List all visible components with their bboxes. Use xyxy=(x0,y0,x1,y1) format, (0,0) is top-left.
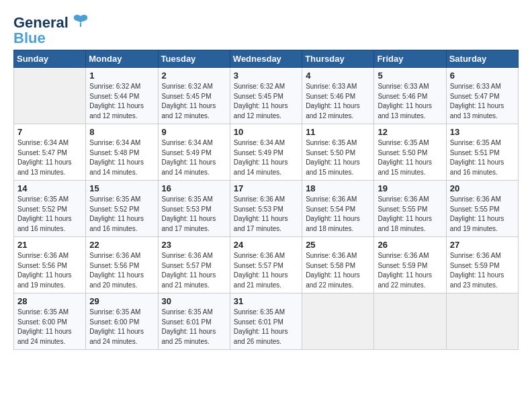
calendar-cell: 20Sunrise: 6:36 AM Sunset: 5:55 PM Dayli… xyxy=(446,181,518,237)
logo: General Blue xyxy=(13,12,90,46)
calendar-cell: 19Sunrise: 6:36 AM Sunset: 5:55 PM Dayli… xyxy=(374,181,446,237)
calendar-cell: 5Sunrise: 6:33 AM Sunset: 5:46 PM Daylig… xyxy=(374,68,446,124)
calendar-cell: 13Sunrise: 6:35 AM Sunset: 5:51 PM Dayli… xyxy=(446,124,518,181)
day-number: 12 xyxy=(378,127,442,137)
calendar-cell: 9Sunrise: 6:34 AM Sunset: 5:49 PM Daylig… xyxy=(158,124,230,181)
day-info: Sunrise: 6:35 AM Sunset: 5:52 PM Dayligh… xyxy=(89,195,154,234)
calendar-cell: 10Sunrise: 6:34 AM Sunset: 5:49 PM Dayli… xyxy=(230,124,302,181)
day-number: 6 xyxy=(450,71,515,81)
calendar-cell: 28Sunrise: 6:35 AM Sunset: 6:00 PM Dayli… xyxy=(14,293,86,350)
day-info: Sunrise: 6:36 AM Sunset: 5:59 PM Dayligh… xyxy=(378,251,442,290)
day-info: Sunrise: 6:36 AM Sunset: 5:56 PM Dayligh… xyxy=(17,251,82,290)
day-number: 27 xyxy=(450,240,515,250)
weekday-header-sunday: Sunday xyxy=(14,50,86,68)
calendar-cell: 30Sunrise: 6:35 AM Sunset: 6:01 PM Dayli… xyxy=(158,293,230,350)
day-info: Sunrise: 6:36 AM Sunset: 5:58 PM Dayligh… xyxy=(306,251,370,290)
day-number: 1 xyxy=(89,71,154,81)
day-info: Sunrise: 6:33 AM Sunset: 5:46 PM Dayligh… xyxy=(378,82,442,121)
day-number: 10 xyxy=(234,127,298,137)
day-info: Sunrise: 6:35 AM Sunset: 5:50 PM Dayligh… xyxy=(378,138,442,177)
day-info: Sunrise: 6:35 AM Sunset: 5:53 PM Dayligh… xyxy=(162,195,226,234)
day-number: 23 xyxy=(162,240,226,250)
calendar-cell xyxy=(14,68,86,124)
day-info: Sunrise: 6:34 AM Sunset: 5:47 PM Dayligh… xyxy=(17,138,82,177)
logo-blue: Blue xyxy=(13,31,46,46)
day-info: Sunrise: 6:34 AM Sunset: 5:48 PM Dayligh… xyxy=(89,138,154,177)
calendar-week-5: 28Sunrise: 6:35 AM Sunset: 6:00 PM Dayli… xyxy=(14,293,519,350)
calendar-cell: 24Sunrise: 6:36 AM Sunset: 5:57 PM Dayli… xyxy=(230,237,302,293)
calendar-cell: 6Sunrise: 6:33 AM Sunset: 5:47 PM Daylig… xyxy=(446,68,518,124)
bird-icon xyxy=(71,12,90,31)
day-info: Sunrise: 6:34 AM Sunset: 5:49 PM Dayligh… xyxy=(162,138,226,177)
calendar-cell: 15Sunrise: 6:35 AM Sunset: 5:52 PM Dayli… xyxy=(86,181,158,237)
calendar-cell: 22Sunrise: 6:36 AM Sunset: 5:56 PM Dayli… xyxy=(86,237,158,293)
weekday-header-thursday: Thursday xyxy=(302,50,374,68)
day-info: Sunrise: 6:35 AM Sunset: 5:52 PM Dayligh… xyxy=(17,195,82,234)
day-number: 15 xyxy=(89,183,154,193)
day-number: 5 xyxy=(378,71,442,81)
day-number: 7 xyxy=(17,127,82,137)
calendar-cell xyxy=(374,293,446,350)
day-number: 19 xyxy=(378,183,442,193)
day-number: 9 xyxy=(162,127,226,137)
day-info: Sunrise: 6:33 AM Sunset: 5:47 PM Dayligh… xyxy=(450,82,515,121)
day-number: 22 xyxy=(89,240,154,250)
day-number: 13 xyxy=(450,127,515,137)
calendar-cell: 8Sunrise: 6:34 AM Sunset: 5:48 PM Daylig… xyxy=(86,124,158,181)
calendar-cell: 16Sunrise: 6:35 AM Sunset: 5:53 PM Dayli… xyxy=(158,181,230,237)
day-info: Sunrise: 6:35 AM Sunset: 5:50 PM Dayligh… xyxy=(306,138,370,177)
day-number: 25 xyxy=(306,240,370,250)
calendar-cell: 26Sunrise: 6:36 AM Sunset: 5:59 PM Dayli… xyxy=(374,237,446,293)
calendar-week-2: 7Sunrise: 6:34 AM Sunset: 5:47 PM Daylig… xyxy=(14,124,519,181)
day-info: Sunrise: 6:36 AM Sunset: 5:55 PM Dayligh… xyxy=(450,195,515,234)
weekday-header-friday: Friday xyxy=(374,50,446,68)
day-number: 17 xyxy=(234,183,298,193)
day-info: Sunrise: 6:32 AM Sunset: 5:45 PM Dayligh… xyxy=(234,82,298,121)
day-number: 31 xyxy=(234,296,298,306)
day-number: 29 xyxy=(89,296,154,306)
calendar-week-3: 14Sunrise: 6:35 AM Sunset: 5:52 PM Dayli… xyxy=(14,181,519,237)
calendar-week-1: 1Sunrise: 6:32 AM Sunset: 5:44 PM Daylig… xyxy=(14,68,519,124)
calendar-cell: 17Sunrise: 6:36 AM Sunset: 5:53 PM Dayli… xyxy=(230,181,302,237)
day-info: Sunrise: 6:34 AM Sunset: 5:49 PM Dayligh… xyxy=(234,138,298,177)
day-number: 11 xyxy=(306,127,370,137)
calendar-cell: 12Sunrise: 6:35 AM Sunset: 5:50 PM Dayli… xyxy=(374,124,446,181)
calendar-cell: 21Sunrise: 6:36 AM Sunset: 5:56 PM Dayli… xyxy=(14,237,86,293)
day-number: 26 xyxy=(378,240,442,250)
day-info: Sunrise: 6:35 AM Sunset: 6:00 PM Dayligh… xyxy=(89,308,154,347)
day-info: Sunrise: 6:36 AM Sunset: 5:53 PM Dayligh… xyxy=(234,195,298,234)
weekday-header-tuesday: Tuesday xyxy=(158,50,230,68)
day-info: Sunrise: 6:32 AM Sunset: 5:45 PM Dayligh… xyxy=(162,82,226,121)
calendar-cell: 3Sunrise: 6:32 AM Sunset: 5:45 PM Daylig… xyxy=(230,68,302,124)
day-number: 3 xyxy=(234,71,298,81)
day-number: 8 xyxy=(89,127,154,137)
calendar-cell: 31Sunrise: 6:35 AM Sunset: 6:01 PM Dayli… xyxy=(230,293,302,350)
weekday-header-monday: Monday xyxy=(86,50,158,68)
day-number: 24 xyxy=(234,240,298,250)
calendar-cell: 7Sunrise: 6:34 AM Sunset: 5:47 PM Daylig… xyxy=(14,124,86,181)
day-number: 30 xyxy=(162,296,226,306)
day-info: Sunrise: 6:36 AM Sunset: 5:59 PM Dayligh… xyxy=(450,251,515,290)
day-number: 28 xyxy=(17,296,82,306)
day-info: Sunrise: 6:32 AM Sunset: 5:44 PM Dayligh… xyxy=(89,82,154,121)
day-number: 20 xyxy=(450,183,515,193)
calendar-cell xyxy=(446,293,518,350)
day-number: 18 xyxy=(306,183,370,193)
calendar-cell: 2Sunrise: 6:32 AM Sunset: 5:45 PM Daylig… xyxy=(158,68,230,124)
calendar-week-4: 21Sunrise: 6:36 AM Sunset: 5:56 PM Dayli… xyxy=(14,237,519,293)
calendar-cell xyxy=(302,293,374,350)
calendar-cell: 25Sunrise: 6:36 AM Sunset: 5:58 PM Dayli… xyxy=(302,237,374,293)
day-number: 21 xyxy=(17,240,82,250)
calendar-cell: 27Sunrise: 6:36 AM Sunset: 5:59 PM Dayli… xyxy=(446,237,518,293)
day-number: 14 xyxy=(17,183,82,193)
day-info: Sunrise: 6:33 AM Sunset: 5:46 PM Dayligh… xyxy=(306,82,370,121)
day-info: Sunrise: 6:36 AM Sunset: 5:55 PM Dayligh… xyxy=(378,195,442,234)
calendar-table: SundayMondayTuesdayWednesdayThursdayFrid… xyxy=(13,50,519,350)
day-info: Sunrise: 6:35 AM Sunset: 5:51 PM Dayligh… xyxy=(450,138,515,177)
day-info: Sunrise: 6:35 AM Sunset: 6:01 PM Dayligh… xyxy=(162,308,226,347)
day-number: 4 xyxy=(306,71,370,81)
day-info: Sunrise: 6:36 AM Sunset: 5:54 PM Dayligh… xyxy=(306,195,370,234)
day-info: Sunrise: 6:35 AM Sunset: 6:01 PM Dayligh… xyxy=(234,308,298,347)
weekday-header-saturday: Saturday xyxy=(446,50,518,68)
calendar-cell: 4Sunrise: 6:33 AM Sunset: 5:46 PM Daylig… xyxy=(302,68,374,124)
